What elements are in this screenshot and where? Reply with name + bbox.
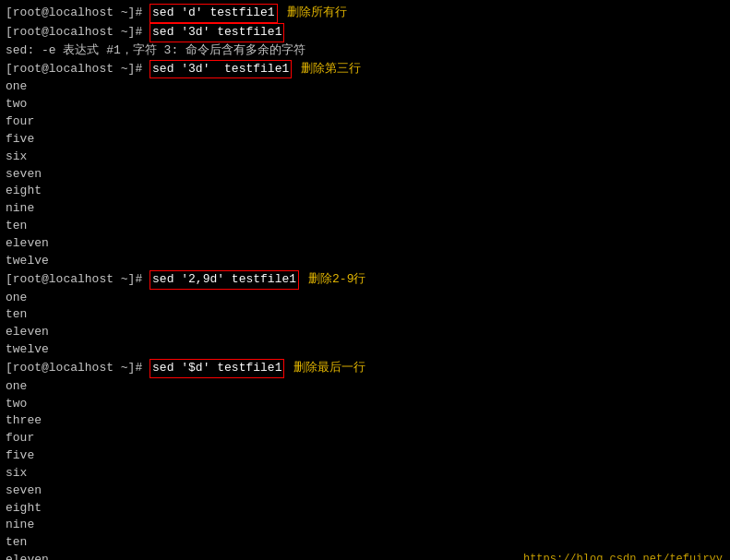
output-14: eleven bbox=[6, 324, 724, 341]
output-8: nine bbox=[6, 200, 724, 218]
annotation-3: 删除第三行 bbox=[301, 61, 361, 78]
output-16: one bbox=[6, 378, 724, 396]
output-7: eight bbox=[6, 183, 724, 200]
output-9: ten bbox=[6, 218, 724, 235]
output-15: twelve bbox=[6, 341, 724, 359]
watermark: https://blog.csdn.net/tefuiryy bbox=[523, 552, 723, 560]
cmd-3: sed '3d' testfile1 bbox=[150, 60, 292, 79]
terminal: [root@localhost ~]# sed 'd' testfile1删除所… bbox=[0, 0, 730, 560]
output-1: one bbox=[6, 78, 724, 96]
prompt-1: [root@localhost ~]# bbox=[6, 5, 150, 22]
output-21: six bbox=[6, 465, 724, 483]
output-23: eight bbox=[6, 500, 724, 518]
output-10: eleven bbox=[6, 235, 724, 253]
output-2: two bbox=[6, 96, 724, 113]
command-line-4: [root@localhost ~]# sed '2,9d' testfile1… bbox=[6, 270, 724, 290]
output-3: four bbox=[6, 113, 724, 131]
annotation-5: 删除最后一行 bbox=[293, 360, 365, 377]
prompt-3: [root@localhost ~]# bbox=[6, 61, 150, 78]
output-13: ten bbox=[6, 306, 724, 324]
command-line-5: [root@localhost ~]# sed '$d' testfile1删除… bbox=[6, 359, 724, 378]
annotation-1: 删除所有行 bbox=[287, 5, 347, 22]
cmd-1: sed 'd' testfile1 bbox=[150, 4, 278, 23]
error-text: sed: -e 表达式 #1，字符 3: 命令后含有多余的字符 bbox=[6, 42, 305, 60]
cmd-5: sed '$d' testfile1 bbox=[150, 359, 284, 378]
output-5: six bbox=[6, 149, 724, 166]
output-25: ten bbox=[6, 534, 724, 552]
output-22: seven bbox=[6, 483, 724, 500]
output-6: seven bbox=[6, 166, 724, 184]
prompt-4: [root@localhost ~]# bbox=[6, 271, 150, 289]
command-line-3: [root@localhost ~]# sed '3d' testfile1删除… bbox=[6, 60, 724, 79]
output-12: one bbox=[6, 290, 724, 307]
output-17: two bbox=[6, 396, 724, 413]
prompt-2: [root@localhost ~]# bbox=[6, 24, 150, 42]
output-19: four bbox=[6, 430, 724, 447]
output-24: nine bbox=[6, 517, 724, 534]
prompt-5: [root@localhost ~]# bbox=[6, 360, 150, 377]
cmd-2: sed '3d' testfile1 bbox=[150, 23, 284, 42]
output-18: three bbox=[6, 412, 724, 430]
command-line-2: [root@localhost ~]# sed '3d' testfile1 bbox=[6, 23, 724, 42]
output-4: five bbox=[6, 131, 724, 149]
annotation-4: 删除2-9行 bbox=[308, 271, 365, 289]
error-line: sed: -e 表达式 #1，字符 3: 命令后含有多余的字符 bbox=[6, 42, 724, 60]
cmd-4: sed '2,9d' testfile1 bbox=[150, 270, 299, 290]
output-20: five bbox=[6, 447, 724, 465]
output-11: twelve bbox=[6, 253, 724, 270]
command-line-1: [root@localhost ~]# sed 'd' testfile1删除所… bbox=[6, 4, 724, 23]
